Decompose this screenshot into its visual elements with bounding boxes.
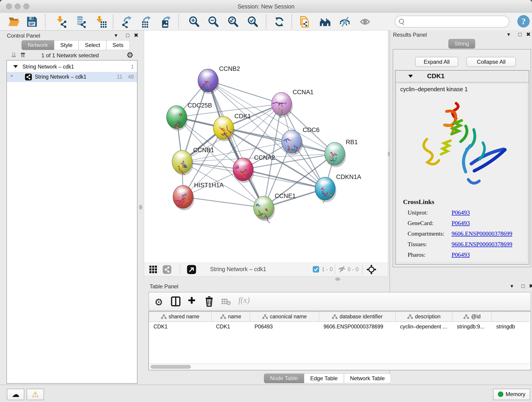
scrollbar-thumb[interactable] — [151, 365, 191, 369]
panel-close-icon[interactable]: ✖ — [529, 283, 532, 289]
open-session-icon[interactable] — [8, 16, 20, 28]
tab-network-table[interactable]: Network Table — [344, 374, 391, 383]
table-cell[interactable]: 9606.ENSP00000378699 — [319, 322, 395, 332]
tab-network[interactable]: Network — [22, 40, 54, 50]
network-options-gear-icon[interactable]: ⚙ — [127, 51, 133, 60]
table-horizontal-scrollbar[interactable] — [149, 364, 530, 370]
network-selection-status: 1 of 1 Network selected — [3, 52, 138, 59]
help-button[interactable]: ? — [517, 15, 530, 27]
tab-sets[interactable]: Sets — [106, 40, 130, 50]
splitter-handle[interactable] — [335, 278, 340, 281]
splitter-handle[interactable] — [139, 205, 142, 210]
column-header-namespace[interactable]: namespace — [492, 312, 530, 322]
panel-float-icon[interactable]: □ — [126, 32, 129, 38]
panel-menu-icon[interactable]: ▾ — [510, 283, 513, 289]
zoom-selected-icon[interactable] — [247, 16, 259, 28]
new-network-from-selection-icon[interactable] — [298, 16, 311, 28]
import-table-from-file-icon[interactable] — [95, 16, 107, 28]
network-node-CCNA1[interactable]: CCNA1 — [272, 89, 314, 118]
export-image-icon[interactable] — [160, 16, 172, 28]
network-node-CDC6[interactable]: CDC6 — [282, 127, 320, 155]
search-input[interactable] — [395, 16, 509, 27]
network-node-CDK1[interactable]: CDK1 — [213, 113, 251, 141]
section-collapse-icon[interactable] — [408, 75, 413, 78]
column-header-description[interactable]: description — [395, 312, 452, 322]
export-network-icon[interactable] — [121, 16, 134, 28]
panel-close-icon[interactable]: ✖ — [526, 31, 531, 38]
crosslink-link[interactable]: 9606.ENSP00000378699 — [452, 241, 512, 248]
table-cell[interactable]: cyclin–dependent ... — [395, 322, 452, 332]
network-edge-CCNA2-CDKN1A[interactable] — [243, 169, 325, 189]
column-header-canonical-name[interactable]: canonical name — [250, 312, 319, 322]
tab-string[interactable]: String — [448, 39, 475, 49]
node-table-grid[interactable]: shared namenamecanonical namedatabase id… — [149, 312, 530, 332]
tab-style[interactable]: Style — [54, 40, 79, 50]
select-columns-icon[interactable] — [171, 296, 181, 307]
table-cell[interactable]: CDK1 — [211, 322, 250, 332]
zoom-out-icon[interactable] — [207, 16, 220, 28]
birds-eye-view-icon[interactable] — [366, 264, 376, 275]
open-in-window-icon[interactable] — [187, 265, 196, 275]
table-cell[interactable]: stringdb — [492, 322, 530, 332]
collapse-all-button[interactable]: Collapse All — [467, 57, 516, 67]
control-panel-tabs: NetworkStyleSelectSets — [22, 40, 130, 50]
panel-float-icon[interactable]: □ — [521, 283, 525, 289]
network-node-CDC25B[interactable]: CDC25B — [167, 102, 212, 131]
grid-view-icon[interactable] — [149, 265, 157, 274]
column-header-shared-name[interactable]: shared name — [149, 312, 211, 322]
table-row[interactable]: CDK1CDK1P064939606.ENSP00000378699cyclin… — [149, 322, 530, 332]
collection-expand-icon[interactable] — [13, 65, 18, 68]
export-table-icon[interactable] — [140, 16, 152, 28]
network-node-RB1[interactable]: RB1 — [325, 139, 358, 167]
column-header-label: shared name — [169, 313, 199, 319]
import-network-from-database-icon[interactable] — [75, 16, 87, 28]
panel-menu-icon[interactable]: ▾ — [507, 31, 510, 38]
network-node-CDKN1A[interactable]: CDKN1A — [315, 173, 361, 203]
crosslink-link[interactable]: 9606.ENSP00000378699 — [452, 230, 512, 237]
panel-close-icon[interactable]: ✖ — [134, 32, 138, 38]
panel-menu-icon[interactable]: ▾ — [114, 32, 117, 38]
network-node-HIST1H1A[interactable]: HIST1H1A — [173, 182, 224, 211]
table-cell[interactable]: P06493 — [250, 322, 319, 332]
column-header-database-identifier[interactable]: database identifier — [319, 312, 395, 322]
network-tree: String Network – cdk1 1 ● String Network… — [6, 60, 138, 384]
apply-layout-icon[interactable] — [273, 16, 285, 28]
tab-edge-table[interactable]: Edge Table — [304, 374, 344, 383]
network-graph[interactable]: CCNB2CCNA1CDC25BCDK1CDC6RB1CCNB1CCNA2CDK… — [144, 31, 388, 263]
expand-all-button[interactable]: Expand All — [415, 57, 458, 67]
crosslink-link[interactable]: P06493 — [452, 209, 470, 216]
table-settings-gear-icon[interactable]: ⚙ — [154, 297, 163, 308]
save-session-icon[interactable] — [26, 16, 38, 28]
import-network-from-file-icon[interactable] — [56, 16, 68, 28]
protein-section-header[interactable]: CDK1 — [395, 70, 529, 83]
crosslink-link[interactable]: P06493 — [452, 220, 470, 227]
memory-button[interactable]: Memory — [493, 389, 530, 400]
delete-column-icon[interactable] — [204, 296, 215, 308]
network-node-CCNE1[interactable]: CCNE1 — [254, 192, 296, 223]
network-row-selected[interactable]: ● String Network – cdk1 11 48 — [7, 72, 137, 82]
tab-select[interactable]: Select — [79, 40, 106, 50]
cloud-status-button[interactable]: ☁ — [7, 389, 24, 400]
network-canvas[interactable]: CCNB2CCNA1CDC25BCDK1CDC6RB1CCNB1CCNA2CDK… — [144, 30, 388, 263]
show-all-icon[interactable] — [359, 16, 371, 28]
warnings-button[interactable]: ⚠ — [27, 389, 44, 400]
crosslink-row: Tissues:9606.ENSP00000378699 — [408, 241, 525, 251]
column-header-name[interactable]: name — [211, 312, 250, 322]
zoom-in-icon[interactable] — [188, 16, 200, 28]
collection-label: String Network – cdk1 — [22, 64, 74, 70]
hide-selected-icon[interactable] — [339, 16, 351, 28]
crosslink-link[interactable]: P06493 — [452, 251, 470, 258]
tab-node-table[interactable]: Node Table — [264, 374, 304, 383]
column-header--id[interactable]: @id — [452, 312, 492, 322]
zoom-fit-icon[interactable] — [227, 16, 239, 28]
network-collection-row[interactable]: String Network – cdk1 1 — [7, 62, 137, 72]
network-node-CCNB2[interactable]: CCNB2 — [198, 65, 240, 94]
panel-float-icon[interactable]: □ — [518, 31, 522, 38]
table-cell[interactable]: stringdb:9... — [452, 322, 492, 332]
first-neighbors-icon[interactable] — [319, 16, 331, 28]
table-cell[interactable]: CDK1 — [149, 322, 211, 332]
selected-checkbox-icon[interactable] — [312, 266, 319, 274]
network-edge-HIST1H1A-CCNE1[interactable] — [183, 197, 264, 208]
string-view-icon[interactable] — [162, 265, 172, 275]
add-column-icon[interactable]: ✚ — [188, 295, 196, 306]
